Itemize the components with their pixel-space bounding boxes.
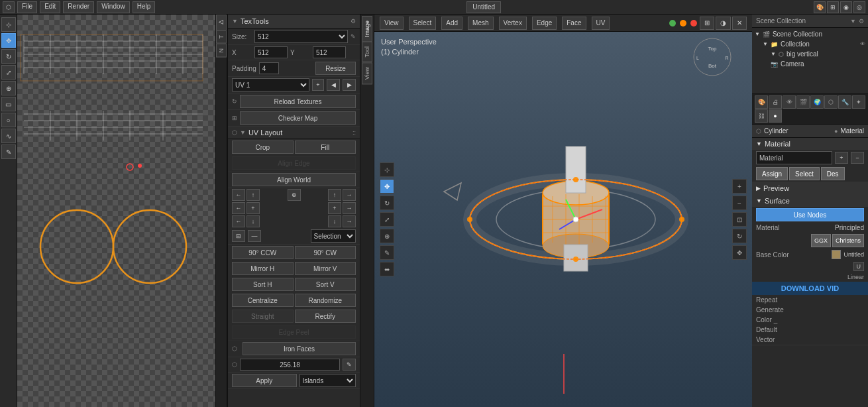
circle-select-tool[interactable]: ○ [1,113,16,127]
vp-orbit[interactable]: ↻ [732,229,747,243]
view-menu-btn[interactable]: View [380,17,404,30]
annotate-tool[interactable]: ✎ [1,145,16,159]
navigation-cube[interactable]: Top Bot L R [692,37,732,77]
cursor-tool[interactable]: ⊹ [1,17,16,32]
edge-menu-btn[interactable]: Edge [532,17,557,30]
prop-view-tab[interactable]: 👁 [783,95,796,109]
prop-object-tab[interactable]: ⬡ [824,95,838,109]
move-tool[interactable]: ✥ [1,33,16,48]
vp-rotate-tool[interactable]: ↻ [380,196,394,210]
prop-particle-tab[interactable]: ✦ [852,95,865,109]
filter-icon[interactable]: ▼ [850,18,856,25]
value-edit-icon[interactable]: ✎ [343,359,356,371]
ggx-button[interactable]: GGX [811,234,831,247]
vp-pan[interactable]: ✥ [732,245,747,260]
arrow-left1[interactable]: ← [232,189,245,201]
material-slot[interactable]: Material [756,151,832,164]
scene-collection-item[interactable]: ▼ 🎬 Scene Collection [752,29,868,39]
xray-toggle[interactable]: ◎ [853,1,865,13]
vp-move-tool[interactable]: ✥ [380,179,394,194]
vertex-menu-btn[interactable]: Vertex [499,17,527,30]
arrow-right3[interactable]: → [343,215,356,227]
side-tab-tool[interactable]: T [216,30,227,44]
crop-button[interactable]: Crop [232,141,294,154]
download-banner[interactable]: DOWNLOAD VID [752,282,868,295]
vp-annotate-tool[interactable]: ✎ [380,245,394,260]
outliner-options-icon[interactable]: ⚙ [859,18,864,25]
textools-options-icon[interactable]: ⚙ [351,18,356,25]
mirror-v-button[interactable]: Mirror V [295,262,356,275]
arrow-plus[interactable]: + [246,202,260,214]
tool-settings-tab[interactable]: Tool [362,42,372,62]
rotate-tool[interactable]: ↻ [1,49,16,64]
randomize-button[interactable]: Randomize [295,294,356,307]
prop-scene-tab[interactable]: 🎬 [796,95,810,109]
arrow-down2[interactable]: ↓ [328,215,341,227]
sel-icon1[interactable]: ⊟ [232,230,245,242]
x-input[interactable] [254,46,288,58]
uv-left-btn[interactable]: ◀ [327,79,340,91]
sort-h-button[interactable]: Sort H [232,278,294,291]
viewport-overlay-btn[interactable]: ⊞ [700,17,714,30]
uv-layout-drag[interactable]: :: [353,129,356,136]
viewport-3d[interactable]: User Perspective (1) Cylinder Top Bot L … [374,32,752,407]
material-section-header[interactable]: ▼ Material [752,138,868,150]
preview-section-header[interactable]: ▶ Preview [752,182,868,194]
uv-add-btn[interactable]: + [312,79,324,91]
camera-item[interactable]: 📷 Camera [752,59,868,69]
prop-render-tab[interactable]: 🎨 [755,95,768,109]
vp-zoom-fit[interactable]: ⊡ [732,212,747,227]
assign-button[interactable]: Assign [756,167,788,180]
render-menu[interactable]: Render [63,1,94,13]
value-input[interactable] [240,359,340,371]
big-vertical-item[interactable]: ▼ ⬡ big vertical [752,49,868,59]
vp-measure-tool[interactable]: ⬌ [380,262,394,276]
mat-remove-btn[interactable]: − [851,152,864,164]
mesh-menu-btn[interactable]: Mesh [468,17,493,30]
file-menu[interactable]: File [17,1,37,13]
deselect-button[interactable]: Des [821,167,845,180]
uv-layout-collapse[interactable]: ▼ [240,129,246,136]
collection-item[interactable]: ▼ 📁 Collection 👁 [752,39,868,49]
blender-logo-icon[interactable]: ⬡ [3,1,15,13]
side-tab-view[interactable]: N [216,44,227,58]
eye-icon[interactable]: 👁 [860,41,865,47]
iron-faces-button[interactable]: Iron Faces [243,342,356,355]
textools-collapse-icon[interactable]: ▼ [232,18,238,25]
selection-select[interactable]: Selection [311,229,356,243]
arrow-up1[interactable]: ↑ [246,189,260,201]
mirror-h-button[interactable]: Mirror H [232,262,294,275]
use-nodes-button[interactable]: Use Nodes [756,208,864,221]
image-tab[interactable]: Image [362,16,372,42]
face-menu-btn[interactable]: Face [562,17,586,30]
surface-section-header[interactable]: ▼ Surface [752,195,868,207]
arrow-center-icon[interactable]: ⊕ [288,189,301,201]
scale-tool[interactable]: ⤢ [1,65,16,80]
islands-select[interactable]: Islands Faces Vertices [299,374,356,387]
christens-button[interactable]: Christens [832,234,864,247]
view-tab-uv[interactable]: View [362,62,372,84]
arrow-down1[interactable]: ↓ [246,215,260,227]
checker-button[interactable]: Checker Map [240,111,356,125]
viewport-close-btn[interactable]: ✕ [732,17,747,30]
arrow-right2[interactable]: → [343,202,356,214]
add-menu-btn[interactable]: Add [441,17,462,30]
size-select[interactable]: 512 1024 2048 [254,30,348,43]
base-color-swatch[interactable] [832,250,841,259]
vp-cursor-tool[interactable]: ⊹ [380,162,394,177]
uv-layout-section-header[interactable]: ⬡ ▼ UV Layout :: [228,127,360,139]
uv-menu-btn[interactable]: UV [592,17,610,30]
centralize-button[interactable]: Centralize [232,294,294,307]
padding-input[interactable] [259,62,279,74]
size-edit-icon[interactable]: ✎ [351,33,356,40]
vp-zoom-in[interactable]: + [732,179,747,194]
vp-zoom-out[interactable]: − [732,196,747,210]
vp-scale-tool[interactable]: ⤢ [380,212,394,227]
mat-add-btn[interactable]: + [835,152,848,164]
workspace-select[interactable]: ⊞ [827,1,839,13]
transform-tool[interactable]: ⊕ [1,81,16,95]
prop-constraint-tab[interactable]: ⛓ [755,109,768,123]
sort-v-button[interactable]: Sort V [295,278,356,291]
u-label[interactable]: U [853,262,865,271]
uv-right-btn[interactable]: ▶ [343,79,356,91]
